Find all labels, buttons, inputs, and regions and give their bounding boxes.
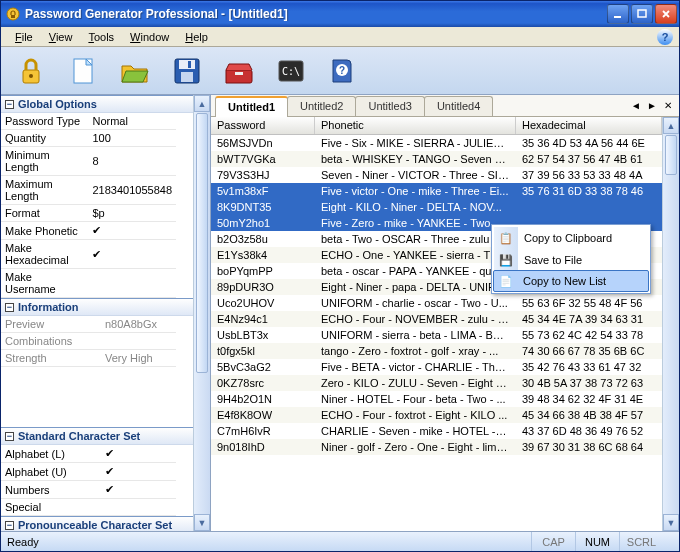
property-value[interactable]: 8	[88, 147, 176, 176]
grid-header[interactable]: Password Phonetic Hexadecimal	[211, 117, 662, 135]
clipboard-icon: 📋	[498, 230, 514, 246]
table-row[interactable]: E4f8K8OWECHO - Four - foxtrot - Eight - …	[211, 407, 662, 423]
property-value[interactable]	[101, 333, 176, 350]
table-row[interactable]: 56MSJVDnFive - Six - MIKE - SIERRA - JUL…	[211, 135, 662, 151]
property-value[interactable]	[101, 499, 176, 516]
scroll-up-arrow[interactable]: ▲	[663, 117, 679, 134]
context-menu[interactable]: 📋Copy to Clipboard💾Save to File📄Copy to …	[491, 224, 651, 294]
maximize-button[interactable]	[631, 4, 653, 24]
toolbar-open-button[interactable]	[109, 50, 161, 92]
property-row[interactable]: Maximum Length2183401055848	[1, 176, 176, 205]
property-row[interactable]: Special	[1, 499, 176, 516]
table-row[interactable]: E4Nz94c1ECHO - Four - NOVEMBER - zulu - …	[211, 311, 662, 327]
cell-phonetic: beta - WHISKEY - TANGO - Seven - ...	[315, 153, 516, 165]
property-value[interactable]	[101, 463, 176, 481]
table-row[interactable]: Uco2UHOVUNIFORM - charlie - oscar - Two …	[211, 295, 662, 311]
toolbar-new-button[interactable]	[57, 50, 109, 92]
property-row[interactable]: Format$p	[1, 205, 176, 222]
tab-untitled4[interactable]: Untitled4	[424, 96, 493, 116]
scroll-up-arrow[interactable]: ▲	[194, 95, 210, 112]
section-pronounceable-charset[interactable]: −Pronounceable Character Set	[1, 516, 193, 531]
property-value[interactable]	[101, 481, 176, 499]
property-row[interactable]: Password TypeNormal	[1, 113, 176, 130]
toolbar-save-button[interactable]	[161, 50, 213, 92]
minimize-button[interactable]	[607, 4, 629, 24]
scroll-down-arrow[interactable]: ▼	[194, 514, 210, 531]
table-row[interactable]: 9H4b2O1NNiner - HOTEL - Four - beta - Tw…	[211, 391, 662, 407]
column-password[interactable]: Password	[211, 117, 315, 134]
tab-close-button[interactable]: ✕	[661, 98, 675, 112]
menu-window[interactable]: Window	[122, 29, 177, 45]
property-value[interactable]	[101, 445, 176, 463]
password-grid[interactable]: Password Phonetic Hexadecimal 56MSJVDnFi…	[211, 117, 662, 531]
table-row[interactable]: bWT7VGKabeta - WHISKEY - TANGO - Seven -…	[211, 151, 662, 167]
column-phonetic[interactable]: Phonetic	[315, 117, 516, 134]
property-value[interactable]: 2183401055848	[88, 176, 176, 205]
table-row[interactable]: 0KZ78srcZero - KILO - ZULU - Seven - Eig…	[211, 375, 662, 391]
scroll-thumb[interactable]	[196, 113, 208, 373]
menu-help[interactable]: Help	[177, 29, 216, 45]
table-row[interactable]: 8K9DNT35Eight - KILO - Niner - DELTA - N…	[211, 199, 662, 215]
property-value[interactable]: $p	[88, 205, 176, 222]
scroll-thumb[interactable]	[665, 135, 677, 175]
table-row[interactable]: t0fgx5kltango - Zero - foxtrot - golf - …	[211, 343, 662, 359]
table-row[interactable]: 5BvC3aG2Five - BETA - victor - CHARLIE -…	[211, 359, 662, 375]
property-row[interactable]: Make Hexadecimal	[1, 240, 176, 269]
menu-tools[interactable]: Tools	[80, 29, 122, 45]
cell-password: 50mY2ho1	[211, 217, 315, 229]
property-value[interactable]	[88, 222, 176, 240]
section-global-options[interactable]: −Global Options	[1, 95, 193, 113]
checkmark-icon	[105, 483, 114, 495]
property-value[interactable]	[88, 240, 176, 269]
property-row[interactable]: Quantity100	[1, 130, 176, 147]
property-row[interactable]: Make Username	[1, 269, 176, 298]
property-value[interactable]: Very High	[101, 350, 176, 367]
property-row[interactable]: Minimum Length8	[1, 147, 176, 176]
titlebar[interactable]: Password Generator Professional - [Untit…	[1, 1, 679, 27]
grid-scrollbar[interactable]: ▲ ▼	[662, 117, 679, 531]
toolbar-generate-button[interactable]	[5, 50, 57, 92]
property-row[interactable]: Numbers	[1, 481, 176, 499]
table-row[interactable]: 5v1m38xFFive - victor - One - mike - Thr…	[211, 183, 662, 199]
toolbar-tools-button[interactable]	[213, 50, 265, 92]
tab-scroll-right[interactable]: ►	[645, 98, 659, 112]
property-row[interactable]: Combinations	[1, 333, 176, 350]
close-button[interactable]	[655, 4, 677, 24]
property-value[interactable]: Normal	[88, 113, 176, 130]
tab-untitled2[interactable]: Untitled2	[287, 96, 356, 116]
table-row[interactable]: C7mH6IvRCHARLIE - Seven - mike - HOTEL -…	[211, 423, 662, 439]
column-hexadecimal[interactable]: Hexadecimal	[516, 117, 662, 134]
property-row[interactable]: Make Phonetic	[1, 222, 176, 240]
tab-scroll-left[interactable]: ◄	[629, 98, 643, 112]
property-value[interactable]: n80A8bGx	[101, 316, 176, 333]
property-value[interactable]: 100	[88, 130, 176, 147]
collapse-icon[interactable]: −	[5, 303, 14, 312]
toolbar-cmd-button[interactable]: C:\	[265, 50, 317, 92]
toolbar-help-button[interactable]: ?	[317, 50, 369, 92]
ctx-item-copy-to-clipboard[interactable]: 📋Copy to Clipboard	[494, 227, 648, 249]
table-row[interactable]: UsbLBT3xUNIFORM - sierra - beta - LIMA -…	[211, 327, 662, 343]
section-information[interactable]: −Information	[1, 298, 193, 316]
collapse-icon[interactable]: −	[5, 100, 14, 109]
property-value[interactable]	[88, 269, 176, 298]
ctx-item-copy-to-new-list[interactable]: 📄Copy to New List	[493, 270, 649, 292]
menu-file[interactable]: File	[7, 29, 41, 45]
tab-untitled1[interactable]: Untitled1	[215, 96, 288, 117]
table-row[interactable]: 79V3S3HJSeven - Niner - VICTOR - Three -…	[211, 167, 662, 183]
property-row[interactable]: StrengthVery High	[1, 350, 176, 367]
property-row[interactable]: Previewn80A8bGx	[1, 316, 176, 333]
property-row[interactable]: Alphabet (L)	[1, 445, 176, 463]
ctx-item-save-to-file[interactable]: 💾Save to File	[494, 249, 648, 271]
section-standard-charset[interactable]: −Standard Character Set	[1, 427, 193, 445]
cell-password: 89pDUR3O	[211, 281, 315, 293]
scroll-down-arrow[interactable]: ▼	[663, 514, 679, 531]
collapse-icon[interactable]: −	[5, 521, 14, 530]
property-row[interactable]: Alphabet (U)	[1, 463, 176, 481]
tab-untitled3[interactable]: Untitled3	[355, 96, 424, 116]
table-row[interactable]: 9n018IhDNiner - golf - Zero - One - Eigh…	[211, 439, 662, 455]
collapse-icon[interactable]: −	[5, 432, 14, 441]
property-key: Make Hexadecimal	[1, 240, 88, 269]
menu-view[interactable]: View	[41, 29, 81, 45]
menubar-help-icon[interactable]: ?	[657, 29, 673, 45]
left-scrollbar[interactable]: ▲ ▼	[193, 95, 210, 531]
